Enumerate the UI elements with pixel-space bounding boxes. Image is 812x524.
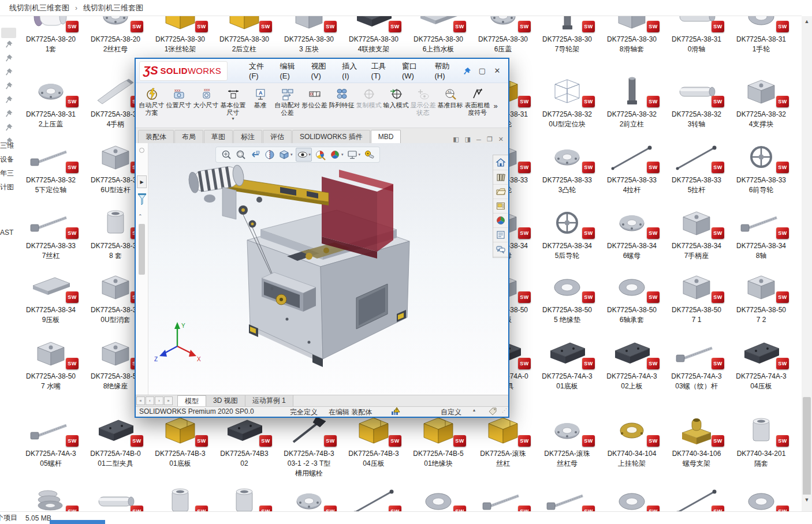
pushpin-icon[interactable] <box>5 68 13 76</box>
nav-selected-item[interactable] <box>1 28 16 38</box>
graphics-viewport[interactable]: Y X Z ▾▾▾▾ ▶ ⌃ <box>136 143 508 395</box>
model-tab-3D 视图[interactable]: 3D 视图 <box>206 395 245 406</box>
file-item[interactable]: SWDK7725A-38-335拉杆 <box>664 140 729 195</box>
toolbar-button-auto-dimension-scheme[interactable]: 自动尺寸方案 <box>138 85 165 117</box>
zoom-to-fit-icon[interactable] <box>221 149 232 160</box>
nav-item-label[interactable]: AST <box>0 229 14 237</box>
taskpane-view-palette-icon[interactable] <box>493 199 508 214</box>
file-item[interactable]: SWDK7725A-38-324支撑块 <box>729 74 794 129</box>
toolbar-button-datum[interactable]: A基准 <box>247 85 274 109</box>
file-item[interactable]: SWDK7725A-38-320U型定位块 <box>535 74 599 129</box>
pushpin-icon[interactable] <box>5 82 13 90</box>
measure-icon[interactable] <box>363 149 375 160</box>
file-item[interactable]: SWDK7725A-38-325下定位轴 <box>18 140 83 195</box>
restore-doc-icon[interactable]: ❐ <box>487 136 493 143</box>
custom-label[interactable]: 自定义 <box>441 407 461 417</box>
previous-window-icon[interactable]: ◧ <box>453 136 459 143</box>
tab-标注[interactable]: 标注 <box>233 130 262 143</box>
flyout-expand-icon[interactable]: ▶ <box>137 175 147 188</box>
next-tab-icon[interactable]: › <box>155 396 163 405</box>
file-item[interactable]: SWDK7725A-74A-302上板 <box>599 336 664 391</box>
file-item[interactable]: SWDK7725A-38-333凸轮 <box>535 140 599 195</box>
scroll-up-icon[interactable]: ⌃ <box>138 214 143 219</box>
file-item[interactable]: SWDK7725A-38-505 绝缘垫 <box>535 270 599 325</box>
toolbar-button-import-scheme[interactable]: 输入模式 <box>382 85 409 109</box>
file-item[interactable]: SWDK7725A-38-506轴承套 <box>599 270 664 325</box>
toolbar-button-location-dimension[interactable]: xxx位置尺寸 <box>165 85 192 109</box>
featuremanager-collapsed-panel[interactable]: ▶ ⌃ <box>136 143 148 395</box>
first-tab-icon[interactable]: « <box>136 396 145 405</box>
tab-评估[interactable]: 评估 <box>263 130 292 143</box>
file-item[interactable]: SWDK7725A-38-337丝杠 <box>18 205 83 261</box>
section-view-icon[interactable] <box>264 149 275 160</box>
pushpin-icon[interactable] <box>5 123 13 132</box>
file-item[interactable]: SWDK7725A-74A-303螺（纹）杆 <box>664 336 729 391</box>
taskpane-solidworks-resources-icon[interactable] <box>493 156 508 170</box>
apply-scene-icon[interactable]: ▾ <box>329 149 344 160</box>
file-item[interactable]: SWDK7725A-74B-001二型夹具 <box>83 413 148 469</box>
file-item[interactable]: SWDK7725A-38-507 1 <box>664 270 729 325</box>
file-item[interactable]: SWDK7725A-74A-301底板 <box>535 336 599 391</box>
tab-MBD[interactable]: MBD <box>371 130 401 143</box>
toolbar-button-geometric-tolerance[interactable]: .1形位公差 <box>301 85 328 109</box>
file-item[interactable]: SWDK7740-34-201隔套 <box>729 413 794 469</box>
file-item[interactable]: SWDK7725A-38-507 2 <box>729 270 794 325</box>
file-item[interactable]: SWDK7725A-38-312上压盖 <box>18 74 83 129</box>
pushpin-icon[interactable] <box>5 110 13 118</box>
tab-布局[interactable]: 布局 <box>174 130 203 143</box>
taskpane-solidworks-forum-icon[interactable] <box>493 242 508 257</box>
view-orientation-icon[interactable]: ▾ <box>278 149 293 160</box>
model-tab-运动算例 1[interactable]: 运动算例 1 <box>245 395 293 406</box>
scrollbar-thumb[interactable] <box>803 397 811 504</box>
tab-装配体[interactable]: 装配体 <box>138 130 174 143</box>
file-item[interactable]: SWDK7740-34-104上挂轮架 <box>599 413 664 469</box>
nav-item-label[interactable]: 设备 <box>0 155 14 164</box>
prev-tab-icon[interactable]: ‹ <box>146 396 154 405</box>
viewport-3d-model[interactable]: Y X Z <box>136 143 508 395</box>
dropdown-arrow-icon[interactable]: ▴ <box>473 407 475 413</box>
pin-icon[interactable] <box>460 64 475 78</box>
tab-SOLIDWORKS 插件[interactable]: SOLIDWORKS 插件 <box>292 130 370 143</box>
menu-item[interactable]: 插入(I) <box>336 59 364 83</box>
file-item[interactable]: SWDK7725A-74A-305螺杆 <box>18 413 83 469</box>
file-item[interactable]: SWDK7725A-74B302 <box>212 413 277 469</box>
panel-scrollbar-thumb[interactable] <box>139 224 145 275</box>
file-item[interactable]: SWDK7725A-74B-501绝缘块 <box>406 413 471 469</box>
nav-item-label[interactable]: 计图 <box>0 182 14 192</box>
file-item[interactable]: SWDK7725A-38-507 水嘴 <box>18 336 83 391</box>
scroll-up-icon[interactable]: ▲ <box>802 16 812 26</box>
toolbar-button-basic-location-dimension[interactable]: 基本位置尺寸▾ <box>219 85 247 121</box>
menu-item[interactable]: 窗口(W) <box>396 59 429 83</box>
scroll-down-icon[interactable]: ▼ <box>802 495 812 504</box>
file-item[interactable]: SWDK7725A-74B-301底板 <box>148 413 213 469</box>
filter-icon[interactable] <box>137 193 147 205</box>
toolbar-button-size-dimension[interactable]: xxx大小尺寸 <box>192 85 219 109</box>
file-item[interactable]: SWDK7725A-38-347手柄座 <box>664 205 729 261</box>
view-settings-icon[interactable]: ▾ <box>347 149 361 160</box>
last-tab-icon[interactable]: » <box>164 396 173 405</box>
file-item[interactable]: SWDK7725A-38-334拉杆 <box>599 140 664 195</box>
file-item[interactable]: SWDK7725A-38-323转轴 <box>664 74 729 129</box>
taskpane-appearances-scenes-icon[interactable] <box>493 214 508 228</box>
taskpane-design-library-icon[interactable] <box>493 170 508 185</box>
solidworks-titlebar[interactable]: ƷS SOLIDWORKS 文件(F)编辑(E)视图(V)插入(I)工具(T)窗… <box>136 59 508 83</box>
file-item[interactable]: SWDK7725A-38-349压板 <box>18 270 83 325</box>
hide-show-items-icon[interactable]: ▾ <box>296 148 312 162</box>
maximize-icon[interactable]: ▢ <box>475 64 490 78</box>
menu-item[interactable]: 帮助(H) <box>429 59 460 83</box>
file-item[interactable]: SWDK7725A-74B-304压板 <box>341 413 406 469</box>
rebuild-warning-icon[interactable] <box>391 407 400 417</box>
nav-item-label[interactable]: 年三 <box>0 169 14 178</box>
flyout-arrow-icon[interactable]: ▾ <box>232 117 234 121</box>
file-item[interactable]: SWDK7725A-38-336前导轮 <box>729 140 794 195</box>
edit-appearance-icon[interactable] <box>315 149 326 160</box>
previous-view-icon[interactable] <box>249 149 261 160</box>
nav-item-label[interactable]: 三维 <box>0 141 14 151</box>
close-doc-icon[interactable]: ✕ <box>498 136 504 143</box>
next-window-icon[interactable]: ◨ <box>465 136 471 143</box>
minimize-doc-icon[interactable]: ─ <box>476 136 481 143</box>
file-item[interactable]: SWDK7725A-38-346螺母 <box>599 205 664 261</box>
tab-草图[interactable]: 草图 <box>204 130 233 143</box>
taskpane-file-explorer-icon[interactable] <box>493 185 508 199</box>
file-item[interactable]: SWDK7725A-74B-303-1 -2 -3 T型槽用螺栓 <box>277 413 341 478</box>
